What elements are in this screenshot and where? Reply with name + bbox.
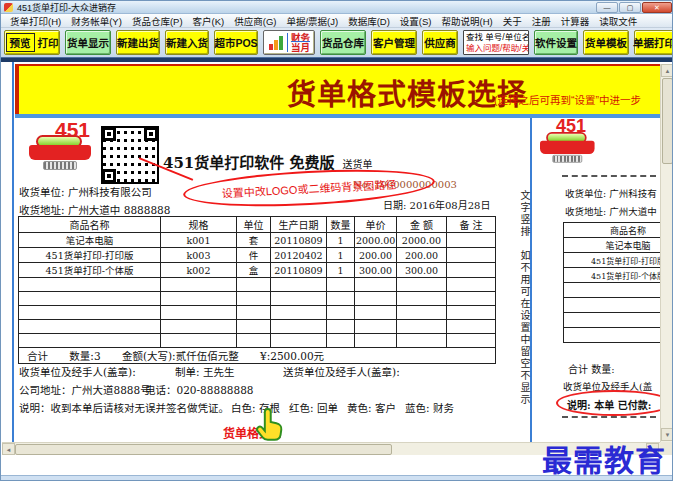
supermarket-pos-button[interactable]: 超市POS — [214, 30, 258, 55]
menu-item-settings[interactable]: 设置(S) — [395, 14, 437, 28]
menu-item-warehouse[interactable]: 货品仓库(P) — [127, 14, 188, 28]
cell: 盒 — [237, 263, 271, 278]
new-outgoing-button[interactable]: 新建出货 — [116, 30, 160, 55]
total-label: 合计 — [27, 350, 48, 362]
table-row: 451货单打印-个体版 k002 盒 20110809 1 300.00 300… — [19, 263, 496, 278]
left-frame-line — [12, 62, 14, 442]
annotation-text: 设置中改LOGO或二维码背景图路径 — [221, 175, 396, 200]
invoice-template-button[interactable]: 货单模板 — [583, 30, 629, 55]
supplier-button[interactable]: 供应商 — [422, 30, 458, 55]
close-icon[interactable]: ✕ — [642, 2, 672, 13]
title-bar: 451货单打印-大众进销存 — ▢ ✕ — [1, 1, 673, 14]
total-qty: 数量:3 — [69, 350, 100, 362]
print-button[interactable]: 打印 — [38, 35, 59, 50]
search-input[interactable]: 查找 单号/单位名/日期 输入问题/帮助/关键词 — [463, 30, 529, 55]
hand-cursor-icon — [253, 406, 285, 448]
total-amount: ¥:2500.00元 — [260, 350, 324, 362]
cell: 1 — [327, 233, 355, 248]
phone-label: 电话：020-88888888 — [145, 382, 254, 397]
cell: 笔记本电脑 — [564, 238, 661, 253]
maximize-icon[interactable]: ▢ — [619, 2, 641, 13]
vertical-scrollbar[interactable]: ▲ ▼ — [660, 64, 673, 442]
maker-label: 制单: 王先生 — [175, 364, 234, 379]
empty-row — [19, 306, 496, 320]
horizontal-scroll-thumb[interactable] — [15, 444, 392, 455]
toolbar: 预览 打印 货单显示 新建出货 新建入货 超市POS 财务 当月 货品仓库 客户… — [1, 28, 673, 57]
vertical-scroll-thumb[interactable] — [662, 78, 673, 164]
table-row: 451货单打印-打印版 k003 件 20120402 1 200.00 200… — [19, 248, 496, 263]
menu-item-print[interactable]: 货单打印(H) — [5, 14, 66, 28]
empty-row — [19, 334, 496, 348]
dashed-divider — [562, 175, 656, 177]
col-remark: 备 注 — [447, 217, 496, 233]
template-select-banner: 货单格式模板选择 (选择之后可再到“设置”中进一步 — [15, 64, 660, 114]
total-line: 合计 数量: — [568, 361, 615, 376]
preview-print-button[interactable]: 预览 打印 — [4, 30, 60, 55]
empty-row — [19, 320, 496, 334]
cell: 451货单打印-打印版 — [564, 253, 661, 268]
empty-row — [564, 298, 661, 313]
sign-receiver-label: 收货单位及经手人(盖章): — [19, 364, 136, 379]
main-content: 货单格式模板选择 (选择之后可再到“设置”中进一步 451 451货单打印软件 … — [1, 62, 673, 475]
note-label: 说明：收到本单后请核对无误并签名做凭证。 — [19, 400, 229, 415]
total-words: 金额(大写):贰仟伍佰元整 — [122, 350, 239, 362]
window-title: 451货单打印-大众进销存 — [17, 1, 116, 14]
cell: 20110809 — [271, 233, 327, 248]
menu-item-help[interactable]: 帮助说明(H) — [437, 14, 498, 28]
cell: 1 — [327, 263, 355, 278]
menu-item-supplier[interactable]: 供应商(G) — [229, 14, 281, 28]
cell: 451货单打印-个体版 — [19, 263, 161, 278]
col-amount: 金 额 — [397, 217, 447, 233]
menu-item-about[interactable]: 关于 — [498, 14, 527, 28]
customer-manage-button[interactable]: 客户管理 — [371, 30, 417, 55]
table-row: 笔记本电脑 — [564, 238, 661, 253]
new-incoming-button[interactable]: 新建入货 — [165, 30, 209, 55]
preview-button[interactable]: 预览 — [6, 33, 35, 52]
goods-warehouse-button[interactable]: 货品仓库 — [320, 30, 366, 55]
table-row: 451货单打印-个体版 — [564, 268, 661, 283]
table-header-row: 商品名称 规格 单位 生产日期 数量 单价 金 额 备 注 — [19, 217, 496, 233]
invoice-display-button[interactable]: 货单显示 — [65, 30, 111, 55]
menu-item-finance[interactable]: 财务帐单(Y) — [66, 14, 127, 28]
copy-yellow: 黄色: 客户 — [347, 400, 396, 415]
copy-blue: 蓝色: 财务 — [405, 400, 454, 415]
menu-item-customer[interactable]: 客户(K) — [188, 14, 230, 28]
scroll-up-icon[interactable]: ▲ — [661, 64, 673, 77]
sign-sender-label: 送货单位及经手人(盖章): — [283, 364, 400, 379]
address-line: 收货地址: 广州大道中 8888888 — [19, 202, 170, 217]
scroll-left-icon[interactable]: ◄ — [2, 443, 15, 455]
empty-row — [19, 278, 496, 292]
address-line: 收货地址: 广州大道中 — [565, 204, 657, 218]
software-settings-button[interactable]: 软件设置 — [534, 30, 578, 55]
cell: 451货单打印-打印版 — [19, 248, 161, 263]
vertical-note: 文字竖排 如不用可在设置中留空不显示 — [517, 190, 532, 430]
col-product: 商品名称 — [564, 223, 661, 238]
cell: 件 — [237, 248, 271, 263]
printer-logo-icon — [29, 135, 91, 175]
table-row: 451货单打印-打印版 — [564, 253, 661, 268]
menu-item-documents[interactable]: 单据/票据(J) — [281, 14, 343, 28]
col-date: 生产日期 — [271, 217, 327, 233]
menu-item-register[interactable]: 注册 — [527, 14, 556, 28]
search-hint-line2: 输入问题/帮助/关键词 — [466, 43, 526, 54]
doc-print-button[interactable]: 单据打印 — [634, 30, 673, 55]
menu-item-calculator[interactable]: 计算器 — [556, 14, 595, 28]
bar-chart-icon — [268, 34, 285, 51]
cell: 300.00 — [355, 263, 397, 278]
col-price: 单价 — [355, 217, 397, 233]
cell: 451货单打印-个体版 — [564, 268, 661, 283]
consignee-line: 收货单位: 广州科技有 — [565, 186, 657, 200]
col-product: 商品名称 — [19, 217, 161, 233]
menu-item-database[interactable]: 数据库(D) — [343, 14, 395, 28]
window-controls: — ▢ ✕ — [596, 2, 672, 13]
minimize-icon[interactable]: — — [596, 2, 618, 13]
table-header-row: 商品名称 — [564, 223, 661, 238]
invoice-template-1[interactable]: 451 451货单打印软件 免费版送货单 No.:1000000000003 设… — [15, 118, 532, 442]
app-icon — [4, 3, 13, 12]
menu-item-readfile[interactable]: 读取文件 — [594, 14, 642, 28]
empty-row — [19, 292, 496, 306]
cell: 1 — [327, 248, 355, 263]
finance-month-button[interactable]: 财务 当月 — [263, 30, 315, 55]
invoice-date: 日期: 2016年08月28日 — [383, 197, 490, 212]
invoice-template-2[interactable]: 451 收货单位: 广州科技有 收货地址: 广州大道中 商品名称 笔记本电脑 4… — [534, 118, 660, 442]
